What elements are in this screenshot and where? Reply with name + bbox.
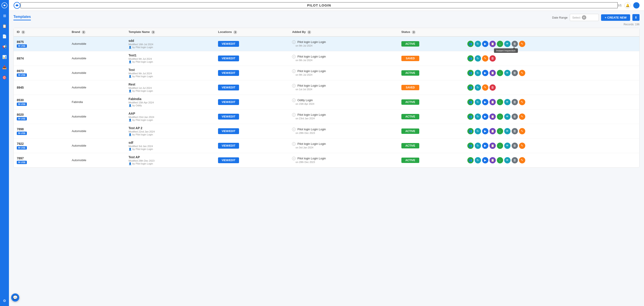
info-icon[interactable]: i xyxy=(292,128,296,131)
notification-icon[interactable]: 🔔 xyxy=(624,2,630,9)
refresh-button[interactable]: ↻ xyxy=(475,70,481,76)
view-edit-button[interactable]: VIEW/EDIT xyxy=(218,56,239,61)
assign-button[interactable]: 👥 xyxy=(467,70,474,76)
download-action-button[interactable]: ↓ xyxy=(497,99,503,105)
eye-button[interactable]: 👁 xyxy=(504,41,510,47)
target-icon[interactable]: 🎯 xyxy=(1,74,8,81)
clipboard-icon[interactable]: 📋 xyxy=(1,23,8,29)
template-sort[interactable]: ▾ xyxy=(152,31,155,34)
delete-button[interactable]: 🗑 xyxy=(512,157,518,163)
report-button[interactable]: 📋 xyxy=(490,41,496,47)
play-button[interactable]: ▶ xyxy=(482,99,488,105)
eye-button[interactable]: 👁 xyxy=(504,99,510,105)
eye-button[interactable]: 👁 xyxy=(504,70,510,76)
date-range-select[interactable]: Select ✕ xyxy=(570,14,599,21)
refresh-button[interactable]: ↻ xyxy=(475,157,481,163)
view-edit-button[interactable]: VIEW/EDIT xyxy=(218,157,239,163)
download-action-button[interactable]: ↓ xyxy=(497,70,503,76)
download-action-button[interactable]: ↓ xyxy=(497,128,503,134)
edit-button[interactable]: ✎ xyxy=(519,114,525,120)
play-button[interactable]: ▶ xyxy=(482,143,488,149)
grid-icon[interactable]: ⊞ xyxy=(1,13,8,19)
status-sort[interactable]: ▾ xyxy=(412,31,416,34)
eye-button[interactable]: 👁 xyxy=(504,143,510,149)
edit-button[interactable]: ✎ xyxy=(519,70,525,76)
refresh-button[interactable]: ↻ xyxy=(475,114,481,120)
view-edit-button[interactable]: VIEW/EDIT xyxy=(218,143,239,149)
delete-button[interactable]: 🗑 xyxy=(512,41,518,47)
tab-templates[interactable]: Templates xyxy=(14,15,31,20)
report-button[interactable]: 📋 xyxy=(490,99,496,105)
delete-button[interactable]: 🗑 xyxy=(512,99,518,105)
date-range-clear-button[interactable]: ✕ xyxy=(582,15,586,20)
assign-button[interactable]: 👥 xyxy=(467,128,474,134)
report-button[interactable]: 📋 xyxy=(490,70,496,76)
download-action-button[interactable]: ↓ xyxy=(497,114,503,120)
delete-button[interactable]: 🗑 xyxy=(490,55,496,62)
delete-button[interactable]: 🗑 xyxy=(512,143,518,149)
refresh-button[interactable]: ↻ xyxy=(475,41,481,47)
info-icon[interactable]: i xyxy=(292,99,296,102)
info-icon[interactable]: i xyxy=(292,113,296,117)
info-icon[interactable]: i xyxy=(292,55,296,59)
brand-sort[interactable]: ▾ xyxy=(82,31,86,34)
view-edit-button[interactable]: VIEW/EDIT xyxy=(218,85,239,90)
edit-button[interactable]: ✎ xyxy=(519,157,525,163)
create-new-button[interactable]: + CREATE NEW xyxy=(601,14,630,21)
edit-button[interactable]: ✎ xyxy=(482,55,488,62)
assign-button[interactable]: 👥 xyxy=(467,41,474,47)
delete-button[interactable]: 🗑 xyxy=(512,114,518,120)
delete-button[interactable]: 🗑 xyxy=(512,70,518,76)
user-avatar[interactable]: 👤 xyxy=(633,2,640,9)
chat-bubble[interactable]: 💬 xyxy=(11,293,19,301)
assign-button[interactable]: 👥 xyxy=(467,143,474,149)
delete-button[interactable]: 🗑 xyxy=(512,128,518,134)
view-edit-button[interactable]: VIEW/EDIT xyxy=(218,99,239,105)
info-icon[interactable]: i xyxy=(292,142,296,146)
info-icon[interactable]: i xyxy=(292,40,296,44)
view-edit-button[interactable]: VIEW/EDIT xyxy=(218,128,239,134)
view-edit-button[interactable]: VIEW/EDIT xyxy=(218,41,239,47)
added-by-sort[interactable]: ▾ xyxy=(308,31,311,34)
play-button[interactable]: ▶ xyxy=(482,41,488,47)
delete-button[interactable]: 🗑 xyxy=(490,84,496,91)
edit-button[interactable]: ✎ xyxy=(519,99,525,105)
info-icon[interactable]: i xyxy=(292,157,296,160)
view-edit-button[interactable]: VIEW/EDIT xyxy=(218,70,239,76)
info-icon[interactable]: i xyxy=(292,84,296,88)
eye-button[interactable]: 👁 xyxy=(504,128,510,134)
play-button[interactable]: ▶ xyxy=(482,70,488,76)
assign-button[interactable]: 👥 xyxy=(467,114,474,120)
logo-icon[interactable] xyxy=(1,2,8,9)
report-button[interactable]: 📋 xyxy=(490,157,496,163)
download-action-button[interactable]: ↓ xyxy=(497,41,503,47)
refresh-button[interactable]: ↻ xyxy=(475,143,481,149)
assign-button[interactable]: 👥 xyxy=(467,99,474,105)
eye-button[interactable]: 👁 xyxy=(504,157,510,163)
settings-icon[interactable]: ⚙ xyxy=(1,297,8,304)
edit-button[interactable]: ✎ xyxy=(519,128,525,134)
play-button[interactable]: ▶ xyxy=(482,114,488,120)
info-icon[interactable]: i xyxy=(292,69,296,73)
assign-button[interactable]: 👥 xyxy=(467,55,474,62)
edit-button[interactable]: ✎ xyxy=(519,143,525,149)
play-button[interactable]: ▶ xyxy=(482,157,488,163)
refresh-button[interactable]: ↻ xyxy=(475,128,481,134)
assign-button[interactable]: 👥 xyxy=(467,84,474,91)
edit-button[interactable]: ✎ xyxy=(482,84,488,91)
refresh-button[interactable]: ↻ xyxy=(475,84,481,91)
locations-sort[interactable]: ▾ xyxy=(234,31,237,34)
megaphone-icon[interactable]: 📢 xyxy=(1,44,8,50)
report-button[interactable]: 📋 xyxy=(490,128,496,134)
download-button[interactable]: ⬇ xyxy=(632,14,640,21)
chart-icon[interactable]: 📊 xyxy=(1,54,8,60)
play-button[interactable]: ▶ xyxy=(482,128,488,134)
view-edit-button[interactable]: VIEW/EDIT xyxy=(218,114,239,120)
document-icon[interactable]: 📄 xyxy=(1,33,8,39)
edit-button[interactable]: ✎ xyxy=(519,41,525,47)
id-sort[interactable]: ▾ xyxy=(22,31,25,34)
report-button[interactable]: 📋 xyxy=(490,114,496,120)
download-action-button[interactable]: ↓ xyxy=(497,143,503,149)
eye-button[interactable]: 👁 xyxy=(504,114,510,120)
assign-button[interactable]: 👥 xyxy=(467,157,474,163)
